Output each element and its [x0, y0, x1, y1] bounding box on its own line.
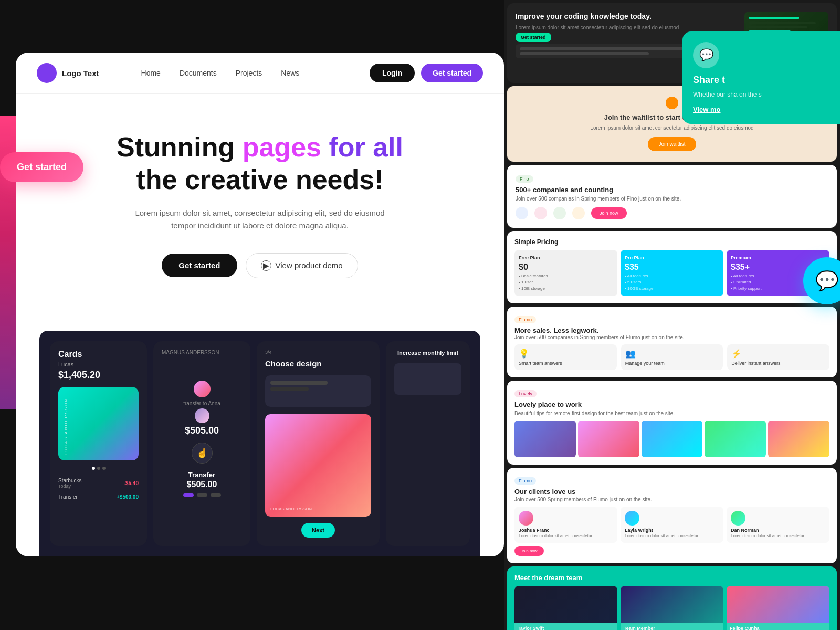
card-indicator	[58, 467, 139, 470]
coding-get-started-button[interactable]: Get started	[516, 33, 551, 42]
panel-choose-design: 3/4 Choose design LUCAS ANDERSSON Next	[257, 341, 380, 546]
play-icon: ▶	[261, 260, 271, 271]
sdot-1	[183, 494, 194, 497]
company-icon-2	[534, 207, 547, 219]
logo-icon	[37, 63, 57, 83]
dot-2	[97, 467, 100, 470]
workplace-img-1	[514, 421, 576, 457]
tx-name-1: Starbucks Today	[58, 478, 81, 489]
design-option-gradient[interactable]: LUCAS ANDERSSON	[265, 414, 371, 517]
transfer-avatar	[194, 381, 211, 397]
price-pro: Pro Plan $35 • All features • 5 users • …	[621, 250, 723, 296]
company-icon-1	[516, 207, 528, 219]
hero-title: Stunning pages for all the creative need…	[47, 131, 472, 196]
navbar: Logo Text Home Documents Projects News L…	[16, 52, 504, 94]
team-member-1: Taylor Swift Designer	[514, 586, 617, 630]
testimonials-badge: Flumo	[514, 477, 536, 485]
sales-features: 💡 Smart team answers 👥 Manage your team …	[514, 344, 830, 370]
company-icons: Join now	[516, 207, 828, 219]
testimonial-2: Layla Wright Lorem ipsum dolor sit amet …	[621, 507, 723, 543]
nav-links: Home Documents Projects News	[141, 69, 300, 77]
workplace-section: Lovely Lovely place to work Beautiful ti…	[507, 381, 837, 465]
hero-get-started-button[interactable]: Get started	[162, 254, 237, 277]
panel-increase: Increase monthly limit	[386, 341, 470, 546]
workplace-images	[514, 421, 830, 457]
testimonial-1: Joshua Franc Lorem ipsum dolor sit amet …	[514, 507, 617, 543]
logo-area: Logo Text	[37, 63, 99, 83]
workplace-img-4	[705, 421, 766, 457]
main-card: Logo Text Home Documents Projects News L…	[16, 52, 504, 556]
transaction-list: Starbucks Today -$5.40 Transfer +$500.00	[58, 475, 139, 502]
sales-badge: Flumo	[514, 316, 536, 323]
logo-text: Logo Text	[62, 69, 99, 78]
workplace-img-5	[768, 421, 830, 457]
team-img-2	[621, 586, 723, 623]
feature-3: ⚡ Deliver instant answers	[727, 344, 830, 370]
nav-link-documents[interactable]: Documents	[180, 69, 217, 77]
hero-demo-button[interactable]: ▶ View product demo	[246, 253, 358, 278]
nav-link-projects[interactable]: Projects	[236, 69, 262, 77]
companies-section: Fino 500+ companies and counting Join ov…	[507, 165, 837, 228]
workplace-img-3	[642, 421, 703, 457]
tx-item-2: Transfer +$500.00	[58, 491, 139, 502]
sdot-3	[211, 494, 221, 497]
fingerprint-button[interactable]: ☝	[192, 443, 213, 464]
company-icon-3	[553, 207, 566, 219]
feature-1: 💡 Smart team answers	[514, 344, 617, 370]
next-button[interactable]: Next	[301, 523, 335, 538]
team-img-3	[727, 586, 830, 623]
panel-cards: Cards Lucas $1,405.20 LUCAS ANDERSSON St…	[50, 341, 147, 546]
team-grid: Taylor Swift Designer Team Member Develo…	[514, 586, 830, 630]
testimonial-avatar-2	[625, 511, 639, 526]
company-icon-4	[572, 207, 585, 219]
hero-subtitle: Lorem ipsum dolor sit amet, consectetur …	[129, 207, 391, 232]
price-free: Free Plan $0 • Basic features • 1 user •…	[514, 250, 617, 296]
team-img-1	[514, 586, 617, 623]
pricing-grid: Free Plan $0 • Basic features • 1 user •…	[514, 250, 830, 296]
tx-item-1: Starbucks Today -$5.40	[58, 475, 139, 491]
card-visual: LUCAS ANDERSSON	[58, 387, 139, 460]
dashboard-preview: Cards Lucas $1,405.20 LUCAS ANDERSSON St…	[39, 331, 480, 556]
hero-section: Stunning pages for all the creative need…	[16, 94, 504, 299]
nav-link-home[interactable]: Home	[141, 69, 161, 77]
companies-join-button[interactable]: Join now	[591, 207, 627, 219]
design-option-dark[interactable]	[265, 375, 371, 407]
right-panel: Improve your coding knowledge today. Lor…	[504, 0, 840, 630]
waitlist-button[interactable]: Join waitlist	[648, 137, 696, 151]
nav-link-news[interactable]: News	[281, 69, 299, 77]
workplace-img-2	[578, 421, 639, 457]
team-section: Meet the dream team Taylor Swift Designe…	[507, 566, 837, 630]
hero-buttons: Get started ▶ View product demo	[47, 253, 472, 278]
workplace-badge: Lovely	[514, 390, 537, 397]
nav-actions: Login Get started	[370, 64, 483, 82]
view-more-link[interactable]: View mo	[693, 106, 830, 113]
testimonial-avatar-1	[519, 511, 533, 526]
testimonials-grid: Joshua Franc Lorem ipsum dolor sit amet …	[514, 507, 830, 543]
testimonial-avatar-3	[731, 511, 746, 526]
sales-section: Flumo More sales. Less legwork. Join ove…	[507, 307, 837, 377]
login-button[interactable]: Login	[370, 64, 415, 82]
testimonials-join-button[interactable]: Join now	[514, 546, 544, 556]
team-member-3: Felipe Cunha Manager	[727, 586, 830, 630]
testimonial-3: Dan Norman Lorem ipsum dolor sit amet co…	[727, 507, 830, 543]
companies-badge: Fino	[516, 175, 533, 183]
team-member-2: Team Member Developer	[621, 586, 723, 630]
sdot-2	[197, 494, 207, 497]
feature-2: 👥 Manage your team	[621, 344, 723, 370]
testimonials-section: Flumo Our clients love us Join over 500 …	[507, 468, 837, 563]
get-started-nav-button[interactable]: Get started	[421, 64, 483, 82]
dot-1	[92, 467, 95, 470]
panel-transfer: MAGNUS ANDERSSON transfer to Anna $505.0…	[153, 341, 250, 546]
recipient-avatar	[195, 408, 209, 423]
dot-3	[102, 467, 106, 470]
step-dots	[183, 494, 221, 497]
pricing-section: Simple Pricing Free Plan $0 • Basic feat…	[507, 231, 837, 303]
share-panel: 💬 Share t Whethe our sha on the s View m…	[682, 32, 840, 124]
share-icon-circle: 💬	[693, 42, 719, 68]
left-get-started-button[interactable]: Get started	[0, 152, 83, 182]
